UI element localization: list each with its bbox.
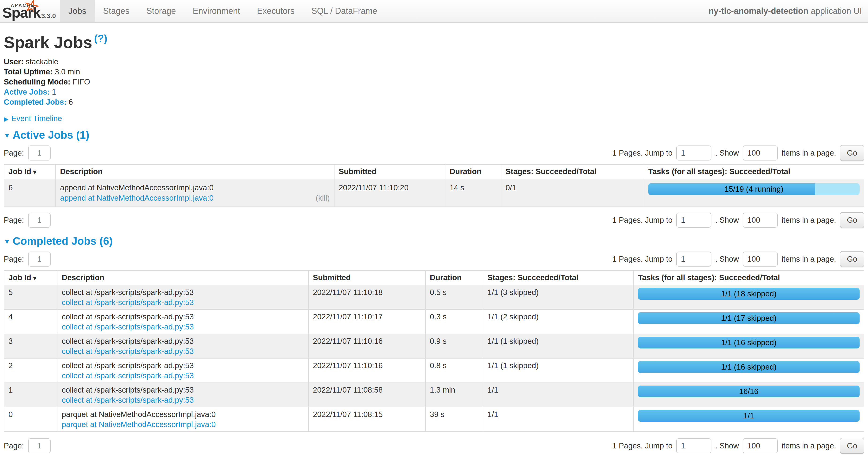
- pagination-bar: Page: 1 Pages. Jump to . Show items in a…: [4, 212, 864, 228]
- jump-to-page-input[interactable]: [676, 145, 711, 161]
- progress-label: 1/1 (16 skipped): [638, 361, 860, 373]
- page-number-input[interactable]: [28, 252, 51, 266]
- submitted-cell: 2022/11/07 11:08:58: [308, 383, 426, 407]
- col-job-id[interactable]: Job Id▾: [4, 165, 56, 179]
- items-per-page-input[interactable]: [743, 438, 778, 453]
- col-description[interactable]: Description: [56, 165, 334, 179]
- show-label: . Show: [715, 148, 739, 158]
- active-jobs-section-title: Active Jobs (1): [13, 129, 89, 141]
- jump-to-page-input[interactable]: [676, 252, 711, 266]
- duration-cell: 0.9 s: [426, 334, 483, 358]
- tab-storage[interactable]: Storage: [138, 0, 184, 22]
- col-tasks[interactable]: Tasks (for all stages): Succeeded/Total: [644, 165, 864, 179]
- submitted-cell: 2022/11/07 11:10:20: [334, 179, 445, 207]
- jump-to-page-input[interactable]: [676, 212, 711, 228]
- summary-block: User:stackable Total Uptime:3.0 min Sche…: [4, 57, 864, 107]
- col-submitted[interactable]: Submitted: [334, 165, 445, 179]
- table-row: 1 collect at /spark-scripts/spark-ad.py:…: [4, 383, 864, 407]
- col-tasks[interactable]: Tasks (for all stages): Succeeded/Total: [633, 271, 864, 285]
- job-description: collect at /spark-scripts/spark-ad.py:53: [62, 336, 304, 346]
- active-jobs-section-header[interactable]: ▼Active Jobs (1): [4, 129, 864, 141]
- items-per-page-input[interactable]: [743, 145, 778, 161]
- table-row: 4 collect at /spark-scripts/spark-ad.py:…: [4, 310, 864, 334]
- job-description: append at NativeMethodAccessorImpl.java:…: [60, 182, 330, 193]
- job-description-link[interactable]: append at NativeMethodAccessorImpl.java:…: [60, 193, 214, 203]
- col-stages[interactable]: Stages: Succeeded/Total: [483, 271, 633, 285]
- summary-scheduling-mode: Scheduling Mode:FIFO: [4, 77, 864, 87]
- summary-user: User:stackable: [4, 57, 864, 67]
- go-button[interactable]: Go: [840, 251, 864, 267]
- col-duration[interactable]: Duration: [426, 271, 483, 285]
- job-description: collect at /spark-scripts/spark-ad.py:53: [62, 287, 304, 297]
- submitted-cell: 2022/11/07 11:08:15: [308, 407, 426, 431]
- submitted-cell: 2022/11/07 11:10:18: [308, 285, 426, 310]
- col-job-id[interactable]: Job Id▾: [4, 271, 57, 285]
- tab-sql-dataframe[interactable]: SQL / DataFrame: [303, 0, 385, 22]
- pages-jump-label: 1 Pages. Jump to: [612, 442, 673, 450]
- progress-label: 1/1 (18 skipped): [638, 288, 860, 300]
- scheduling-mode-label: Scheduling Mode:: [4, 78, 70, 86]
- sort-desc-icon: ▾: [33, 168, 36, 175]
- go-button[interactable]: Go: [840, 212, 864, 228]
- items-per-page-input[interactable]: [743, 252, 778, 266]
- jump-to-page-input[interactable]: [676, 438, 711, 453]
- stages-cell: 1/1 (1 skipped): [483, 358, 633, 383]
- description-cell: append at NativeMethodAccessorImpl.java:…: [56, 179, 334, 207]
- stages-cell: 1/1 (2 skipped): [483, 310, 633, 334]
- summary-completed-jobs: Completed Jobs:6: [4, 97, 864, 107]
- go-button[interactable]: Go: [840, 438, 864, 454]
- job-description-link[interactable]: collect at /spark-scripts/spark-ad.py:53: [62, 298, 194, 307]
- tasks-cell: 1/1 (16 skipped): [633, 334, 864, 358]
- duration-cell: 0.8 s: [426, 358, 483, 383]
- tab-stages[interactable]: Stages: [95, 0, 138, 22]
- page-number-input[interactable]: [28, 145, 51, 161]
- col-submitted[interactable]: Submitted: [308, 271, 426, 285]
- pages-jump-label: 1 Pages. Jump to: [612, 255, 673, 263]
- description-cell: collect at /spark-scripts/spark-ad.py:53…: [57, 358, 308, 383]
- show-label: . Show: [715, 216, 739, 225]
- completed-jobs-section-header[interactable]: ▼Completed Jobs (6): [4, 235, 864, 247]
- go-button[interactable]: Go: [840, 145, 864, 161]
- job-description-link[interactable]: collect at /spark-scripts/spark-ad.py:53: [62, 347, 194, 356]
- description-cell: collect at /spark-scripts/spark-ad.py:53…: [57, 383, 308, 407]
- pagination-bar: Page: 1 Pages. Jump to . Show items in a…: [4, 251, 864, 267]
- items-per-page-input[interactable]: [743, 212, 778, 228]
- items-per-page-label: items in a page.: [781, 255, 836, 263]
- show-label: . Show: [715, 255, 739, 263]
- col-description[interactable]: Description: [57, 271, 308, 285]
- job-description: parquet at NativeMethodAccessorImpl.java…: [62, 409, 304, 419]
- tab-environment[interactable]: Environment: [184, 0, 248, 22]
- table-row: 6 append at NativeMethodAccessorImpl.jav…: [4, 179, 864, 207]
- spark-logo[interactable]: APACHE ☆ Spark 3.3.0: [0, 0, 60, 22]
- duration-cell: 1.3 min: [426, 383, 483, 407]
- col-duration[interactable]: Duration: [445, 165, 501, 179]
- completed-jobs-link[interactable]: Completed Jobs:: [4, 97, 67, 106]
- pages-jump-label: 1 Pages. Jump to: [612, 216, 673, 225]
- stages-cell: 1/1 (3 skipped): [483, 285, 633, 310]
- active-jobs-count: 1: [52, 88, 56, 96]
- kill-link[interactable]: (kill): [315, 193, 330, 203]
- tab-jobs[interactable]: Jobs: [60, 0, 95, 22]
- progress-label: 16/16: [638, 386, 860, 397]
- uptime-value: 3.0 min: [55, 67, 80, 76]
- job-id-cell: 6: [4, 179, 56, 207]
- tab-executors[interactable]: Executors: [248, 0, 303, 22]
- event-timeline-toggle[interactable]: ▶Event Timeline: [4, 114, 864, 123]
- job-description-link[interactable]: collect at /spark-scripts/spark-ad.py:53: [62, 322, 194, 331]
- col-stages[interactable]: Stages: Succeeded/Total: [501, 165, 644, 179]
- duration-cell: 0.5 s: [426, 285, 483, 310]
- application-name-bold: ny-tlc-anomaly-detection: [709, 6, 808, 16]
- job-description-link[interactable]: collect at /spark-scripts/spark-ad.py:53: [62, 396, 194, 404]
- stages-cell: 1/1 (1 skipped): [483, 334, 633, 358]
- job-description-link[interactable]: parquet at NativeMethodAccessorImpl.java…: [62, 420, 216, 429]
- job-description-link[interactable]: collect at /spark-scripts/spark-ad.py:53: [62, 371, 194, 380]
- help-icon[interactable]: (?): [94, 33, 107, 44]
- completed-jobs-table: Job Id▾ Description Submitted Duration S…: [4, 270, 864, 432]
- summary-active-jobs: Active Jobs:1: [4, 87, 864, 97]
- active-jobs-link[interactable]: Active Jobs:: [4, 88, 50, 96]
- page-number-input[interactable]: [28, 438, 51, 453]
- pages-jump-label: 1 Pages. Jump to: [612, 148, 673, 158]
- tasks-progress-bar: 1/1: [638, 410, 860, 422]
- page-title-text: Spark Jobs: [4, 33, 92, 52]
- page-number-input[interactable]: [28, 212, 51, 228]
